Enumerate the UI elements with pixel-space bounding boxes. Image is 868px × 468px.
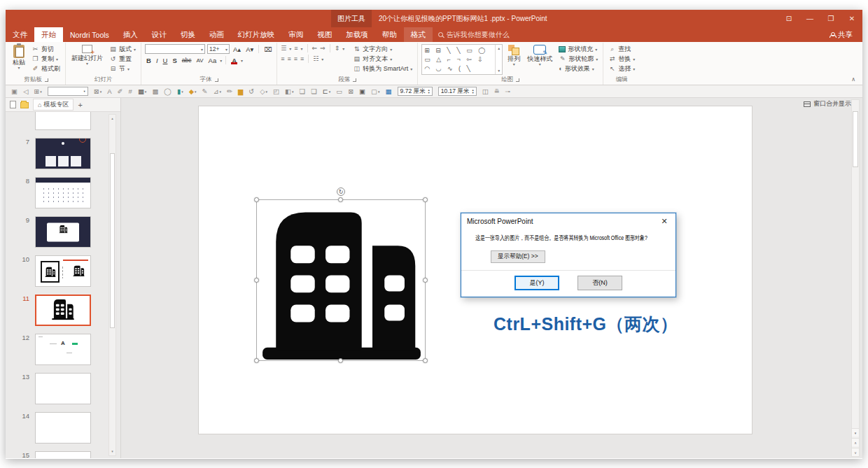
select-button[interactable]: ↖选择▾	[607, 64, 636, 73]
tab-animations[interactable]: 动画	[202, 27, 231, 42]
shapes-gallery-scrollbar[interactable]: ▲▼	[495, 45, 502, 74]
decrease-indent-button[interactable]: ⇐	[312, 45, 318, 52]
folder-icon[interactable]	[20, 102, 29, 108]
shape-outline-button[interactable]: ✎形状轮廓▾	[557, 54, 599, 64]
underline-button[interactable]: U	[162, 57, 169, 64]
oval-icon[interactable]: ◯	[164, 87, 172, 95]
text-direction-button[interactable]: ⇅文字方向▾	[351, 44, 414, 54]
close-button[interactable]: ✕	[841, 10, 862, 27]
restore-button[interactable]: ❐	[820, 10, 841, 27]
tab-transitions[interactable]: 切换	[174, 27, 202, 42]
tell-me-search[interactable]: 告诉我你想要做什么	[438, 27, 510, 42]
tab-view[interactable]: 视图	[310, 27, 339, 42]
tab-review[interactable]: 审阅	[281, 27, 310, 42]
bold-button[interactable]: B	[145, 57, 153, 64]
next-slide-button[interactable]: ∨	[852, 448, 859, 456]
text-shadow-button[interactable]: S	[171, 57, 178, 64]
cut-button[interactable]: ✂剪切	[30, 44, 62, 54]
tab-addins[interactable]: 加载项	[339, 27, 375, 42]
paste-button[interactable]: 粘贴▾	[10, 44, 27, 71]
dialog-close-button[interactable]: ✕	[653, 213, 676, 229]
shape-effects-button[interactable]: ◐形状效果▾	[557, 64, 599, 73]
theme-colors-icon[interactable]: ▮▾	[177, 87, 183, 95]
numbering-button[interactable]: ≡	[294, 45, 298, 52]
align-right-button[interactable]: ≡	[294, 55, 298, 62]
new-slide-button[interactable]: 新建幻灯片▾	[69, 44, 105, 67]
tab-insert[interactable]: 插入	[116, 27, 145, 42]
resize-handle-e[interactable]	[423, 278, 428, 283]
thumbnail-slide-12[interactable]: 12 A	[6, 334, 120, 365]
tab-design[interactable]: 设计	[145, 27, 174, 42]
fill-color-icon[interactable]: ◆▾	[189, 87, 197, 95]
crop-icon[interactable]: ◰	[273, 87, 279, 95]
yes-button[interactable]: 是(Y)	[514, 276, 559, 290]
dialog-launcher-icon[interactable]	[215, 78, 218, 82]
font-name-combobox[interactable]: ▾	[145, 44, 205, 54]
tab-nordri-tools[interactable]: Nordri Tools	[63, 27, 116, 42]
font-color-button[interactable]: A	[230, 57, 239, 64]
quick-styles-button[interactable]: 快速样式▾	[525, 44, 554, 68]
tab-file[interactable]: 文件	[6, 27, 34, 42]
thumbnail-slide-15[interactable]: 15	[6, 451, 120, 458]
scrollbar-thumb[interactable]	[853, 111, 858, 167]
paste-format-icon[interactable]: ❏	[311, 87, 317, 95]
font-size-combobox[interactable]: 12+▾	[207, 44, 230, 54]
align-center-button[interactable]: ≡	[287, 55, 290, 62]
layout-button[interactable]: ▤版式▾	[108, 44, 137, 54]
resize-handle-s[interactable]	[338, 358, 343, 363]
copy-format-icon[interactable]: ❏	[300, 87, 306, 95]
bullets-button[interactable]: ☰	[281, 45, 286, 52]
resize-handle-ne[interactable]	[423, 197, 428, 202]
shrink-font-button[interactable]: A▾	[244, 45, 255, 53]
rotate-objects-icon[interactable]: ⊸	[505, 87, 511, 95]
add-tab-button[interactable]: +	[78, 101, 82, 109]
arrange-button[interactable]: 排列▾	[505, 44, 522, 68]
shape-width-spinner[interactable]: 9.72 厘米▴▾	[398, 87, 433, 96]
thumbnail-slide-7[interactable]: 7	[6, 138, 120, 169]
outline-icon[interactable]: ⊿▾	[214, 87, 221, 95]
panel-scrollbar-thumb[interactable]	[110, 153, 115, 328]
shapes-icon[interactable]: ◇▾	[260, 87, 267, 95]
clear-formatting-button[interactable]: ⌧	[262, 45, 273, 53]
tab-slideshow[interactable]: 幻灯片放映	[231, 27, 282, 42]
section-button[interactable]: ⊟节▾	[108, 64, 137, 73]
panel-scrollbar[interactable]: ▴ ▾	[108, 114, 116, 456]
thumbnail-slide-6[interactable]	[6, 112, 120, 130]
reset-button[interactable]: ↺重置	[108, 54, 137, 64]
building-picture[interactable]	[261, 204, 422, 360]
character-spacing-button[interactable]: AV	[195, 57, 204, 64]
font-color-icon[interactable]: A	[107, 87, 111, 95]
thumbnail-slide-14[interactable]: 14	[6, 412, 120, 444]
resize-handle-sw[interactable]	[254, 358, 259, 363]
resize-handle-se[interactable]	[423, 358, 428, 363]
collapse-ribbon-button[interactable]: ∧	[851, 76, 855, 83]
frame-icon[interactable]: ⊠▾	[94, 87, 102, 95]
picture-selection-box[interactable]: ↻	[256, 199, 426, 361]
print-icon[interactable]: ▣	[11, 87, 18, 95]
shapes-gallery[interactable]: ⊞ ⊟ ╲ ╲ ▭ ◯ ▭ △ ⌐ ¬ ⇦ ⇩ ◠ ◡ ∿ ( ╲ ▲▼	[421, 44, 503, 75]
window-icon[interactable]: ▢▾	[371, 87, 380, 95]
no-button[interactable]: 否(N)	[578, 276, 622, 290]
pen-icon[interactable]: ✐	[118, 87, 123, 95]
italic-button[interactable]: I	[155, 57, 160, 64]
align-text-button[interactable]: ▤对齐文本▾	[351, 54, 414, 64]
table-grid-icon[interactable]: ▦	[386, 87, 392, 95]
shape-fill-button[interactable]: 形状填充▾	[557, 44, 599, 54]
increase-indent-button[interactable]: ⇒	[320, 45, 326, 52]
show-help-button[interactable]: 显示帮助(E) >>	[491, 250, 545, 263]
align-objects-icon[interactable]: ◫	[482, 87, 489, 95]
align-left-button[interactable]: ≡	[281, 55, 284, 62]
resize-handle-nw[interactable]	[254, 197, 259, 202]
chart-icon[interactable]: ▆	[238, 87, 243, 95]
group-objects-icon[interactable]: ▣	[359, 87, 365, 95]
picture-placeholder-icon[interactable]: ▩	[152, 87, 158, 95]
new-file-icon[interactable]	[10, 101, 16, 108]
resize-handle-w[interactable]	[254, 278, 259, 283]
find-button[interactable]: ⌕查找	[607, 44, 636, 54]
columns-button[interactable]: ☷	[313, 55, 318, 62]
rotate-handle[interactable]: ↻	[337, 187, 345, 196]
pin-icon[interactable]: ⊏▾	[323, 87, 330, 95]
merge-window-button[interactable]: 窗口合并显示	[804, 99, 851, 108]
scroll-down-arrow[interactable]: ▾	[852, 428, 859, 437]
format-painter-button[interactable]: ✐格式刷	[30, 64, 62, 73]
